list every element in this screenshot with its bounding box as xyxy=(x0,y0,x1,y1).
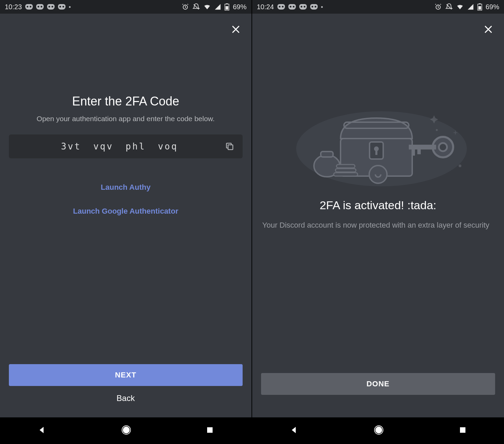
status-time: 10:24 xyxy=(257,3,274,11)
svg-rect-34 xyxy=(460,427,465,433)
signal-icon xyxy=(467,3,474,10)
more-notif-icon xyxy=(69,6,71,8)
status-bar: 10:24 69% xyxy=(252,0,504,14)
next-button[interactable]: NEXT xyxy=(9,364,243,386)
discord-notif-icon xyxy=(47,4,55,10)
svg-rect-19 xyxy=(321,152,333,157)
battery-pct: 69% xyxy=(233,3,246,11)
battery-icon xyxy=(225,3,229,11)
svg-text:+: + xyxy=(453,128,458,137)
svg-point-25 xyxy=(439,143,447,151)
svg-point-23 xyxy=(369,166,387,183)
copy-button[interactable] xyxy=(224,140,236,153)
discord-notif-icon xyxy=(310,4,318,10)
discord-notif-icon xyxy=(299,4,307,10)
nav-home-button[interactable] xyxy=(121,425,131,436)
svg-rect-4 xyxy=(228,145,233,149)
svg-rect-17 xyxy=(375,149,377,155)
wifi-icon xyxy=(456,3,464,11)
page-title: 2FA is activated! :tada: xyxy=(261,199,495,212)
nav-back-button[interactable] xyxy=(289,425,299,436)
svg-point-5 xyxy=(123,427,130,433)
wifi-icon xyxy=(203,3,211,11)
svg-rect-10 xyxy=(478,6,481,10)
discord-notif-icon xyxy=(36,4,44,10)
copy-icon xyxy=(225,142,234,151)
screen-2fa-activated: 10:24 69% xyxy=(252,0,504,444)
svg-rect-26 xyxy=(409,145,436,149)
svg-rect-28 xyxy=(417,149,421,154)
svg-rect-3 xyxy=(226,3,228,4)
code-field: 3vt vqv phl voq xyxy=(9,134,243,158)
alarm-icon xyxy=(434,3,442,11)
nav-recent-button[interactable] xyxy=(206,426,214,435)
discord-notif-icon xyxy=(25,4,33,10)
svg-rect-7 xyxy=(207,427,213,433)
more-notif-icon xyxy=(321,6,323,8)
nav-recent-button[interactable] xyxy=(459,426,467,435)
page-subtitle: Open your authentication app and enter t… xyxy=(9,115,243,123)
svg-rect-21 xyxy=(335,169,356,172)
treasure-illustration: + xyxy=(261,98,495,186)
alarm-icon xyxy=(182,3,189,11)
close-icon xyxy=(483,24,493,34)
svg-rect-11 xyxy=(479,3,481,4)
page-description: Your Discord account is now protected wi… xyxy=(261,219,495,231)
discord-notif-icon xyxy=(277,4,285,10)
dnd-icon xyxy=(445,3,453,11)
signal-icon xyxy=(214,3,221,10)
svg-rect-27 xyxy=(412,149,415,156)
close-button[interactable] xyxy=(229,23,243,36)
page-title: Enter the 2FA Code xyxy=(9,94,243,109)
screen-enter-2fa: 10:23 69% xyxy=(0,0,252,444)
code-value: 3vt vqv phl voq xyxy=(16,141,224,152)
svg-rect-20 xyxy=(334,173,358,176)
svg-rect-22 xyxy=(336,164,355,168)
svg-point-32 xyxy=(375,427,382,433)
svg-point-31 xyxy=(436,129,438,131)
close-button[interactable] xyxy=(481,23,495,36)
nav-back-button[interactable] xyxy=(37,425,47,436)
status-bar: 10:23 69% xyxy=(0,0,251,14)
back-button[interactable]: Back xyxy=(9,387,243,409)
battery-icon xyxy=(477,3,482,11)
discord-notif-icon xyxy=(58,4,66,10)
dnd-icon xyxy=(192,3,200,11)
status-time: 10:23 xyxy=(5,3,22,11)
battery-pct: 69% xyxy=(486,3,499,11)
discord-notif-icon xyxy=(288,4,296,10)
nav-home-button[interactable] xyxy=(374,425,384,436)
svg-rect-2 xyxy=(226,6,228,10)
close-icon xyxy=(231,24,241,34)
android-navbar xyxy=(0,417,251,444)
done-button[interactable]: DONE xyxy=(261,373,495,395)
svg-point-30 xyxy=(459,164,461,167)
launch-authy-link[interactable]: Launch Authy xyxy=(9,175,243,199)
launch-google-auth-link[interactable]: Launch Google Authenticator xyxy=(9,199,243,223)
android-navbar xyxy=(252,417,504,444)
